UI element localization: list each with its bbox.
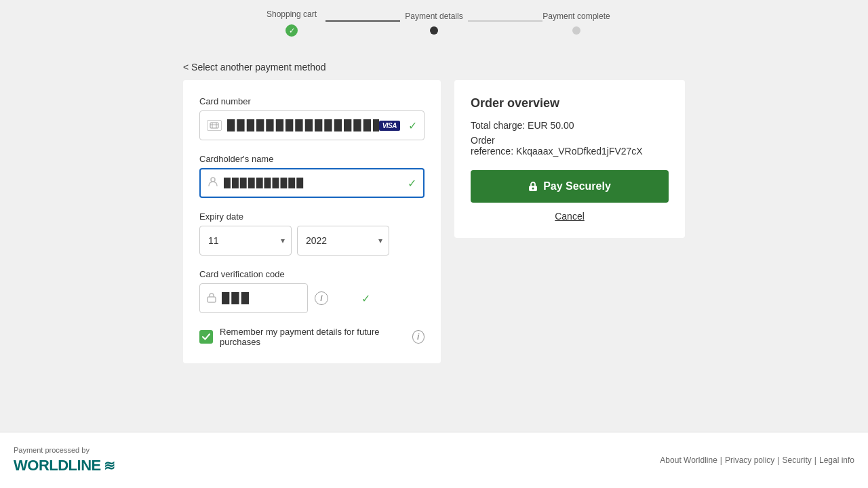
remember-label: Remember my payment details for future p…	[220, 327, 406, 347]
person-icon	[208, 176, 218, 190]
remember-checkbox[interactable]	[199, 330, 213, 344]
worldline-wave-icon: ≋	[104, 458, 115, 474]
footer-privacy-link[interactable]: Privacy policy	[725, 455, 774, 465]
progress-line-1	[326, 20, 400, 22]
order-total: Total charge: EUR 50.00	[471, 120, 669, 131]
cancel-button[interactable]: Cancel	[471, 211, 669, 222]
svg-point-4	[211, 178, 215, 182]
cvv-lock-icon	[207, 292, 216, 305]
worldline-name: WORLDLINE	[14, 457, 101, 474]
footer-about-link[interactable]: About Worldline	[660, 455, 717, 465]
expiry-spacer	[395, 226, 425, 256]
cardholder-name-group: Cardholder's name ✓	[199, 154, 425, 198]
step-label-payment-details: Payment details	[405, 12, 462, 21]
progress-step-shopping-cart: Shopping cart ✓	[258, 9, 326, 37]
expiry-month-wrapper: 01020304 05060708 09101112	[199, 226, 292, 256]
pay-securely-button[interactable]: Pay Securely	[471, 170, 669, 203]
order-reference: Order reference: Kkqaaax_VRoDfked1jFV27c…	[471, 135, 669, 157]
cvv-info-icon[interactable]: i	[315, 291, 328, 305]
order-title: Order overview	[471, 96, 669, 110]
expiry-row: 01020304 05060708 09101112 202020212022 …	[199, 226, 425, 256]
cardholder-label: Cardholder's name	[199, 154, 425, 164]
step-dot-payment-complete	[572, 26, 580, 35]
progress-step-payment-details: Payment details	[400, 12, 468, 35]
expiry-year-wrapper: 202020212022 202320242025	[297, 226, 389, 256]
card-number-check-icon: ✓	[408, 119, 417, 132]
footer-left: Payment processed by WORLDLINE ≋	[14, 446, 115, 474]
card-number-group: Card number VISA ✓	[199, 96, 425, 140]
worldline-logo: WORLDLINE ≋	[14, 457, 115, 474]
cardholder-name-input[interactable]	[224, 178, 403, 188]
svg-rect-0	[210, 123, 218, 128]
card-chip-icon	[207, 120, 222, 131]
cvv-check-icon: ✓	[361, 292, 370, 305]
expiry-label: Expiry date	[199, 211, 425, 222]
step-label-shopping-cart: Shopping cart	[267, 9, 317, 19]
footer-links: About Worldline | Privacy policy | Secur…	[660, 455, 854, 465]
cardholder-name-wrapper: ✓	[199, 168, 425, 198]
cvv-input[interactable]	[222, 292, 357, 304]
step-dot-shopping-cart: ✓	[285, 24, 298, 37]
expiry-year-select[interactable]: 202020212022 202320242025	[297, 226, 389, 256]
footer-security-link[interactable]: Security	[782, 455, 811, 465]
order-overview-panel: Order overview Total charge: EUR 50.00 O…	[454, 80, 685, 238]
card-number-wrapper: VISA ✓	[199, 110, 425, 140]
card-form-panel: Card number VISA ✓	[183, 80, 441, 363]
progress-bar: Shopping cart ✓ Payment details Payment …	[0, 0, 868, 47]
progress-step-payment-complete: Payment complete	[542, 12, 610, 35]
svg-point-7	[532, 188, 534, 190]
card-number-input[interactable]	[227, 119, 379, 131]
back-link[interactable]: < Select another payment method	[183, 62, 326, 73]
processed-by-text: Payment processed by	[14, 446, 115, 454]
remember-info-icon[interactable]: i	[412, 330, 425, 344]
step-label-payment-complete: Payment complete	[542, 12, 610, 21]
cvv-row: ✓ i	[199, 283, 425, 313]
svg-rect-5	[208, 297, 216, 302]
cvv-group: Card verification code ✓ i	[199, 269, 425, 313]
pay-lock-icon	[528, 181, 538, 192]
visa-badge: VISA	[379, 121, 400, 131]
progress-line-2	[468, 20, 542, 22]
step-dot-payment-details	[430, 26, 438, 35]
remember-row: Remember my payment details for future p…	[199, 327, 425, 347]
footer-legal-link[interactable]: Legal info	[819, 455, 854, 465]
cvv-wrapper: ✓	[199, 283, 308, 313]
card-number-label: Card number	[199, 96, 425, 106]
cardholder-check-icon: ✓	[408, 177, 416, 190]
expiry-date-group: Expiry date 01020304 05060708 09101112 2…	[199, 211, 425, 256]
expiry-month-select[interactable]: 01020304 05060708 09101112	[199, 226, 292, 256]
cvv-label: Card verification code	[199, 269, 425, 279]
footer: Payment processed by WORLDLINE ≋ About W…	[0, 432, 868, 488]
